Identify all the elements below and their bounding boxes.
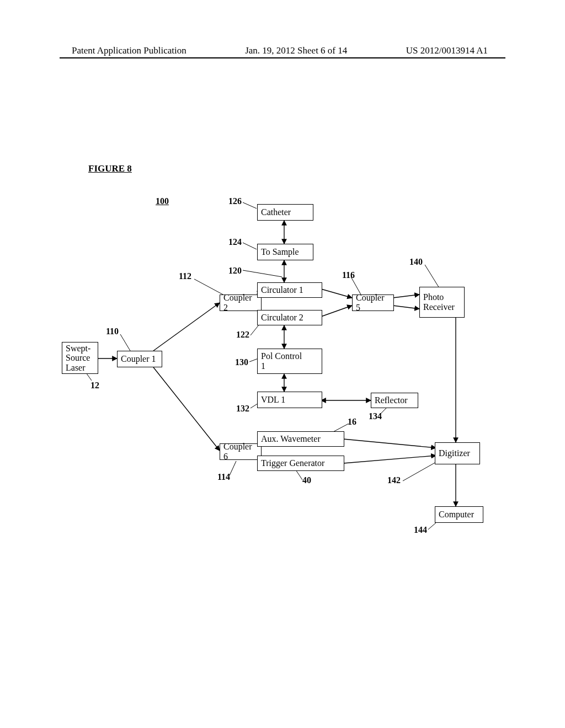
ref-40: 40 — [302, 475, 311, 485]
ref-16: 16 — [348, 417, 356, 427]
svg-line-40 — [343, 456, 436, 463]
ref-122: 122 — [236, 330, 249, 340]
svg-line-32 — [321, 289, 352, 298]
svg-line-6 — [153, 303, 220, 351]
ref-142: 142 — [387, 475, 401, 485]
box-auxwavemeter: Aux. Wavemeter — [257, 431, 344, 447]
svg-line-35 — [393, 306, 419, 309]
box-coupler1: Coupler 1 — [117, 351, 162, 367]
svg-line-56 — [296, 470, 302, 480]
ref-126: 126 — [228, 196, 242, 206]
ref-100: 100 — [156, 196, 169, 206]
box-tosample: To Sample — [257, 244, 313, 260]
svg-line-49 — [250, 324, 259, 335]
ref-124: 124 — [228, 237, 242, 247]
ref-114: 114 — [217, 472, 230, 482]
svg-line-7 — [153, 367, 220, 451]
ref-116: 116 — [342, 270, 355, 280]
box-circ2: Circulator 2 — [257, 310, 322, 325]
box-computer: Computer — [435, 506, 483, 523]
svg-line-47 — [425, 265, 439, 288]
box-digitizer: Digitizer — [435, 442, 480, 464]
ref-112: 112 — [179, 271, 191, 281]
box-photoreceiver: Photo Receiver — [419, 287, 465, 318]
svg-line-58 — [428, 523, 436, 529]
svg-line-44 — [243, 270, 282, 277]
box-polcontrol1: Pol Control 1 — [257, 349, 322, 374]
svg-line-34 — [393, 295, 419, 298]
ref-110: 110 — [106, 326, 119, 336]
ref-140: 140 — [409, 257, 423, 267]
box-coupler2: Coupler 2 — [220, 295, 262, 311]
ref-12: 12 — [90, 381, 99, 390]
svg-line-57 — [403, 462, 436, 481]
box-laser: Swept- Source Laser — [62, 342, 98, 374]
svg-line-42 — [243, 202, 257, 208]
svg-line-33 — [321, 306, 352, 317]
ref-120: 120 — [228, 266, 242, 276]
svg-line-45 — [194, 279, 223, 295]
ref-144: 144 — [414, 525, 427, 535]
svg-line-48 — [120, 334, 130, 351]
box-coupler6: Coupler 6 — [220, 443, 262, 460]
ref-134: 134 — [369, 411, 382, 421]
box-vdl1: VDL 1 — [257, 392, 322, 408]
box-triggergen: Trigger Generator — [257, 456, 344, 471]
svg-line-50 — [86, 373, 92, 381]
box-circ1: Circulator 1 — [257, 282, 322, 298]
box-coupler5: Coupler 5 — [352, 295, 394, 311]
ref-132: 132 — [236, 404, 249, 414]
svg-line-43 — [243, 243, 257, 249]
svg-line-39 — [343, 439, 436, 448]
ref-130: 130 — [235, 357, 248, 367]
svg-line-55 — [230, 461, 236, 475]
box-reflector: Reflector — [371, 393, 418, 408]
box-catheter: Catheter — [257, 204, 313, 221]
